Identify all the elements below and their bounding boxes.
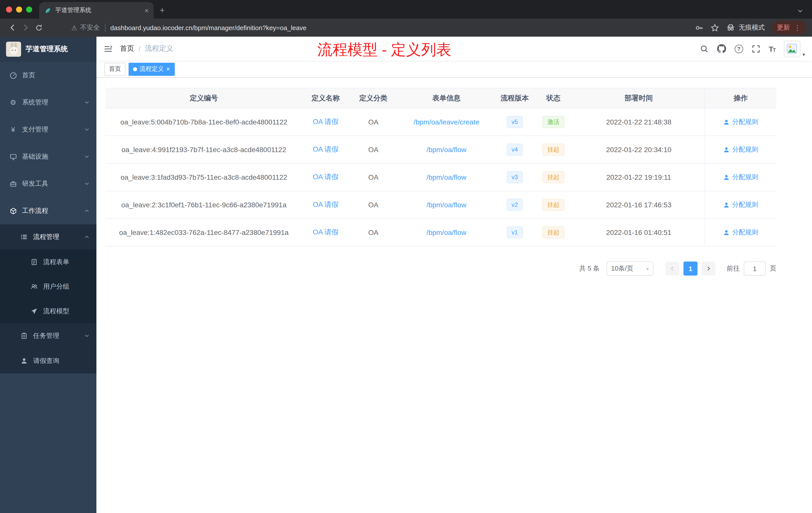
- form-link[interactable]: /bpm/oa/flow: [427, 229, 466, 236]
- gear-icon: ⚙: [9, 98, 17, 107]
- goto-label: 前往: [727, 264, 740, 273]
- definition-name-link[interactable]: OA 请假: [313, 200, 339, 208]
- back-button[interactable]: [6, 21, 19, 34]
- tags-view: 首页 流程定义 ×: [96, 61, 812, 78]
- assign-rule-link[interactable]: 分配规则: [723, 117, 758, 126]
- page-unit-label: 页: [770, 264, 776, 273]
- assign-rule-link[interactable]: 分配规则: [723, 228, 758, 237]
- sidebar-item-label: 系统管理: [22, 98, 48, 107]
- yen-icon: ¥: [9, 125, 17, 133]
- cell-deploy-time: 2022-01-22 19:19:11: [573, 173, 704, 181]
- cell-deploy-time: 2022-01-22 21:48:38: [573, 118, 704, 126]
- address-bar-url[interactable]: dashboard.yudao.iocoder.cn/bpm/manager/d…: [110, 24, 306, 31]
- window-close-button[interactable]: [6, 6, 12, 12]
- assign-rule-link[interactable]: 分配规则: [723, 200, 758, 209]
- form-link[interactable]: /bpm/oa/leave/create: [413, 118, 479, 126]
- chevron-down-icon: [84, 181, 89, 186]
- sidebar-item-leave-query[interactable]: 请假查询: [0, 349, 96, 373]
- col-deploy-time: 部署时间: [573, 94, 704, 103]
- assign-rule-link[interactable]: 分配规则: [723, 145, 758, 154]
- browser-toolbar: ⚠ 不安全 dashboard.yudao.iocoder.cn/bpm/man…: [0, 19, 812, 37]
- url-security-area[interactable]: ⚠ 不安全 dashboard.yudao.iocoder.cn/bpm/man…: [71, 23, 307, 32]
- sidebar-item-label: 流程模型: [43, 306, 69, 315]
- cell-definition-id: oa_leave:4:991f2193-7b7f-11ec-a3c8-acde4…: [106, 146, 302, 154]
- cell-category: OA: [349, 173, 397, 181]
- form-link[interactable]: /bpm/oa/flow: [427, 201, 466, 209]
- github-icon[interactable]: [717, 44, 726, 53]
- sidebar-item-user-group[interactable]: 用户分组: [0, 274, 96, 299]
- forward-button[interactable]: [19, 21, 32, 34]
- version-tag: v3: [506, 171, 523, 183]
- person-icon: [723, 146, 730, 153]
- header-actions: ? TT ▾: [700, 40, 805, 57]
- tag-label: 流程定义: [140, 65, 164, 73]
- sidebar-item-system[interactable]: ⚙ 系统管理: [0, 89, 96, 116]
- tab-search-chevron-icon[interactable]: [798, 8, 803, 13]
- browser-menu-icon[interactable]: ⋮: [794, 24, 801, 31]
- sidebar-item-process-form[interactable]: 流程表单: [0, 249, 96, 274]
- next-page-button[interactable]: [701, 262, 716, 276]
- browser-tab[interactable]: 芋道管理系统 ×: [39, 2, 154, 19]
- font-size-icon[interactable]: TT: [768, 44, 775, 53]
- goto-page-input[interactable]: [744, 262, 766, 276]
- col-operation: 操作: [704, 88, 776, 108]
- window-zoom-button[interactable]: [26, 6, 32, 12]
- browser-update-chip[interactable]: 更新 ⋮: [772, 21, 806, 35]
- paper-plane-icon: [30, 307, 38, 314]
- definition-name-link[interactable]: OA 请假: [313, 145, 339, 153]
- password-key-icon[interactable]: [695, 23, 703, 32]
- breadcrumb-home-link[interactable]: 首页: [120, 44, 134, 53]
- bookmark-star-icon[interactable]: [710, 23, 719, 32]
- tag-process-definition[interactable]: 流程定义 ×: [128, 62, 174, 76]
- list-icon: [20, 233, 28, 240]
- sidebar-item-workflow[interactable]: 工作流程: [0, 197, 96, 224]
- definition-name-link[interactable]: OA 请假: [313, 228, 339, 236]
- sidebar-item-devtools[interactable]: 研发工具: [0, 170, 96, 197]
- tag-close-icon[interactable]: ×: [166, 66, 170, 72]
- reload-button[interactable]: [32, 21, 45, 34]
- help-icon[interactable]: ?: [734, 44, 743, 53]
- user-menu[interactable]: ▾: [784, 40, 805, 57]
- url-divider: [105, 24, 105, 32]
- fullscreen-icon[interactable]: [752, 44, 760, 53]
- chevron-down-icon: ▾: [646, 266, 649, 271]
- incognito-badge: 无痕模式: [726, 23, 765, 32]
- window-controls: [6, 0, 32, 19]
- form-document-icon: [30, 258, 38, 265]
- chevron-up-icon: [84, 208, 89, 213]
- window-minimize-button[interactable]: [16, 6, 22, 12]
- pagination: 共 5 条 10条/页 ▾ 1 前往 页: [106, 262, 776, 276]
- sidebar-collapse-icon[interactable]: [104, 44, 113, 54]
- sidebar-item-label: 请假查询: [33, 356, 59, 365]
- status-badge: 挂起: [542, 144, 564, 156]
- form-link[interactable]: /bpm/oa/flow: [427, 146, 466, 154]
- page-content: 定义编号 定义名称 定义分类 表单信息 流程版本 状态 部署时间 操作 oa_l…: [96, 78, 812, 513]
- search-icon[interactable]: [700, 44, 708, 53]
- sidebar-item-task-management[interactable]: 任务管理: [0, 323, 96, 349]
- page-number-current[interactable]: 1: [684, 262, 697, 276]
- sidebar-item-process-model[interactable]: 流程模型: [0, 299, 96, 323]
- new-tab-button[interactable]: +: [160, 5, 165, 16]
- sidebar-item-label: 首页: [22, 71, 35, 80]
- update-label: 更新: [777, 23, 790, 32]
- tag-home[interactable]: 首页: [105, 62, 125, 76]
- definition-name-link[interactable]: OA 请假: [313, 173, 339, 181]
- status-badge: 挂起: [542, 171, 564, 183]
- sidebar-item-process-management[interactable]: 流程管理: [0, 224, 96, 249]
- sidebar-item-payment[interactable]: ¥ 支付管理: [0, 116, 96, 143]
- form-link[interactable]: /bpm/oa/flow: [427, 173, 466, 181]
- sidebar-logo[interactable]: 芋道管理系统: [0, 37, 96, 62]
- page-size-select[interactable]: 10条/页 ▾: [607, 262, 653, 276]
- definition-name-link[interactable]: OA 请假: [313, 117, 339, 125]
- col-status: 状态: [534, 94, 573, 103]
- breadcrumb-current: 流程定义: [145, 44, 173, 53]
- browser-tab-strip: 芋道管理系统 × +: [0, 0, 812, 19]
- tab-close-icon[interactable]: ×: [145, 7, 149, 14]
- cell-deploy-time: 2022-01-16 17:46:53: [573, 201, 704, 209]
- assign-rule-link[interactable]: 分配规则: [723, 173, 758, 182]
- status-badge: 挂起: [542, 227, 564, 238]
- sidebar-item-home[interactable]: 首页: [0, 62, 96, 89]
- sidebar-item-label: 支付管理: [22, 125, 48, 134]
- sidebar-item-infrastructure[interactable]: 基础设施: [0, 143, 96, 170]
- prev-page-button[interactable]: [665, 262, 679, 276]
